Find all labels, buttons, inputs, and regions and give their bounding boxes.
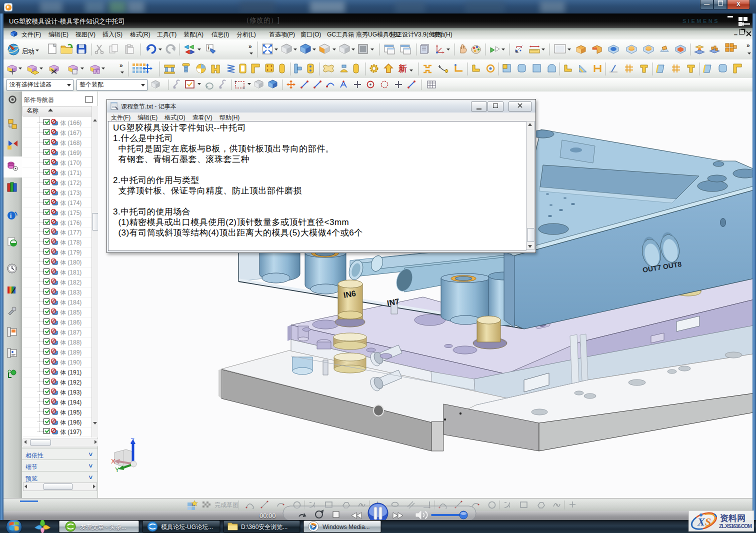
svg-text:»: » [746,42,750,49]
svg-text:i: i [208,45,210,50]
svg-text:Z: Z [130,437,134,444]
svg-text:»: » [248,43,252,50]
svg-text:»: » [120,62,123,69]
svg-text:S: S [705,516,711,528]
svg-text:Windows Media...: Windows Media... [322,524,370,530]
svg-text:模具论坛-UG论坛...: 模具论坛-UG论坛... [161,524,213,530]
svg-text:X: X [111,458,116,465]
svg-text:资料网: 资料网 [720,514,746,523]
svg-text:新: 新 [398,64,407,74]
svg-text:ZL.XS1616.COM: ZL.XS1616.COM [719,523,752,529]
svg-text:Y: Y [115,466,120,474]
svg-text:发表文章 - 头条...: 发表文章 - 头条... [80,524,126,530]
svg-text:X: X [697,516,706,528]
svg-text:00:00: 00:00 [260,512,276,520]
svg-text:D:\360安全浏览...: D:\360安全浏览... [241,524,288,530]
svg-text:启动: 启动 [22,48,34,55]
svg-text:i: i [10,212,12,220]
